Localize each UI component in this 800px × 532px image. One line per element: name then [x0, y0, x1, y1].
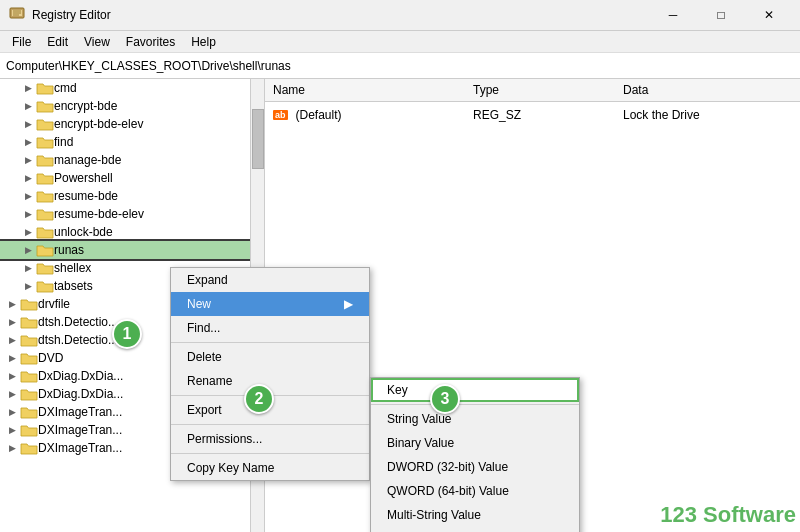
submenu-arrow-icon: ▶: [344, 297, 353, 311]
tree-item-resume-bde[interactable]: ▶ resume-bde: [0, 187, 264, 205]
folder-icon: [36, 153, 54, 167]
sm-multi-string-value[interactable]: Multi-String Value: [371, 503, 579, 527]
cm-expand[interactable]: Expand: [171, 268, 369, 292]
scrollbar-thumb[interactable]: [252, 109, 264, 169]
menu-help[interactable]: Help: [183, 33, 224, 51]
tree-item-manage-bde[interactable]: ▶ manage-bde: [0, 151, 264, 169]
folder-icon: [20, 315, 38, 329]
chevron-right-icon: ▶: [4, 299, 20, 309]
tree-label: find: [54, 135, 73, 149]
tree-label: dtsh.Detectio...: [38, 315, 118, 329]
address-path: Computer\HKEY_CLASSES_ROOT\Drive\shell\r…: [6, 59, 291, 73]
cm-label: New: [187, 297, 211, 311]
tree-item-encrypt-bde-elev[interactable]: ▶ encrypt-bde-elev: [0, 115, 264, 133]
cell-data: Lock the Drive: [623, 108, 792, 122]
tree-label: encrypt-bde-elev: [54, 117, 143, 131]
chevron-right-icon: ▶: [4, 389, 20, 399]
right-content: ab (Default) REG_SZ Lock the Drive: [265, 102, 800, 128]
cm-find[interactable]: Find...: [171, 316, 369, 340]
tree-label: encrypt-bde: [54, 99, 117, 113]
maximize-button[interactable]: □: [698, 5, 744, 25]
menu-favorites[interactable]: Favorites: [118, 33, 183, 51]
window-controls: ─ □ ✕: [650, 5, 792, 25]
tree-label: DxDiag.DxDia...: [38, 369, 123, 383]
reg-name: (Default): [296, 108, 342, 122]
column-headers: Name Type Data: [265, 79, 800, 102]
chevron-right-icon: ▶: [20, 155, 36, 165]
sm-separator: [371, 404, 579, 405]
cm-permissions[interactable]: Permissions...: [171, 427, 369, 451]
sm-key[interactable]: Key: [371, 378, 579, 402]
folder-icon: [36, 225, 54, 239]
folder-icon: [20, 333, 38, 347]
sm-qword-value[interactable]: QWORD (64-bit) Value: [371, 479, 579, 503]
cm-separator-3: [171, 424, 369, 425]
cm-copy-key-name[interactable]: Copy Key Name: [171, 456, 369, 480]
watermark-brand: Software: [697, 502, 796, 527]
step-circle-3: 3: [430, 384, 460, 414]
tree-label: DXImageTran...: [38, 405, 122, 419]
cm-label: Permissions...: [187, 432, 262, 446]
title-text: Registry Editor: [32, 8, 650, 22]
chevron-right-icon: ▶: [4, 335, 20, 345]
folder-icon: [36, 279, 54, 293]
tree-label: cmd: [54, 81, 77, 95]
sm-dword-value[interactable]: DWORD (32-bit) Value: [371, 455, 579, 479]
tree-label: manage-bde: [54, 153, 121, 167]
cm-label: Delete: [187, 350, 222, 364]
cm-separator: [171, 342, 369, 343]
chevron-right-icon: ▶: [20, 227, 36, 237]
tree-item-cmd[interactable]: ▶ cmd: [0, 79, 264, 97]
sm-expandable-string-value[interactable]: Expandable String Value: [371, 527, 579, 532]
folder-icon: [20, 405, 38, 419]
tree-item-resume-bde-elev[interactable]: ▶ resume-bde-elev: [0, 205, 264, 223]
menu-view[interactable]: View: [76, 33, 118, 51]
cm-label: Rename: [187, 374, 232, 388]
tree-label: runas: [54, 243, 84, 257]
cm-new[interactable]: New ▶: [171, 292, 369, 316]
folder-icon: [20, 351, 38, 365]
context-menu: Expand New ▶ Find... Delete Rename Expor…: [170, 267, 370, 481]
tree-label: DXImageTran...: [38, 441, 122, 455]
folder-icon: [20, 387, 38, 401]
folder-icon: [36, 81, 54, 95]
folder-icon: [36, 261, 54, 275]
watermark-text: 123: [660, 502, 697, 527]
chevron-right-icon: ▶: [20, 83, 36, 93]
tree-item-powershell[interactable]: ▶ Powershell: [0, 169, 264, 187]
chevron-right-icon: ▶: [4, 371, 20, 381]
chevron-right-icon: ▶: [4, 317, 20, 327]
tree-item-runas[interactable]: ▶ runas: [0, 241, 264, 259]
sm-string-value[interactable]: String Value: [371, 407, 579, 431]
menu-file[interactable]: File: [4, 33, 39, 51]
chevron-right-icon: ▶: [4, 425, 20, 435]
sm-binary-value[interactable]: Binary Value: [371, 431, 579, 455]
registry-row[interactable]: ab (Default) REG_SZ Lock the Drive: [269, 106, 796, 124]
menu-edit[interactable]: Edit: [39, 33, 76, 51]
chevron-right-icon: ▶: [20, 101, 36, 111]
chevron-right-icon: ▶: [20, 245, 36, 255]
tree-item-encrypt-bde[interactable]: ▶ encrypt-bde: [0, 97, 264, 115]
cm-delete[interactable]: Delete: [171, 345, 369, 369]
main-panel: ▶ cmd ▶ encrypt-bde ▶ encrypt-bde-elev ▶…: [0, 79, 800, 532]
chevron-right-icon: ▶: [20, 137, 36, 147]
col-header-type: Type: [469, 81, 619, 99]
tree-label: Powershell: [54, 171, 113, 185]
tree-item-unlock-bde[interactable]: ▶ unlock-bde: [0, 223, 264, 241]
chevron-right-icon: ▶: [20, 191, 36, 201]
watermark: 123 Software: [660, 502, 796, 528]
folder-icon: [20, 423, 38, 437]
tree-label: unlock-bde: [54, 225, 113, 239]
tree-item-find[interactable]: ▶ find: [0, 133, 264, 151]
tree-label: DxDiag.DxDia...: [38, 387, 123, 401]
menu-bar: File Edit View Favorites Help: [0, 31, 800, 53]
minimize-button[interactable]: ─: [650, 5, 696, 25]
folder-icon: [36, 189, 54, 203]
cell-type: REG_SZ: [473, 108, 623, 122]
close-button[interactable]: ✕: [746, 5, 792, 25]
folder-icon: [20, 441, 38, 455]
tree-label: shellex: [54, 261, 91, 275]
cm-label: Copy Key Name: [187, 461, 274, 475]
folder-icon: [20, 369, 38, 383]
submenu: Key String Value Binary Value DWORD (32-…: [370, 377, 580, 532]
